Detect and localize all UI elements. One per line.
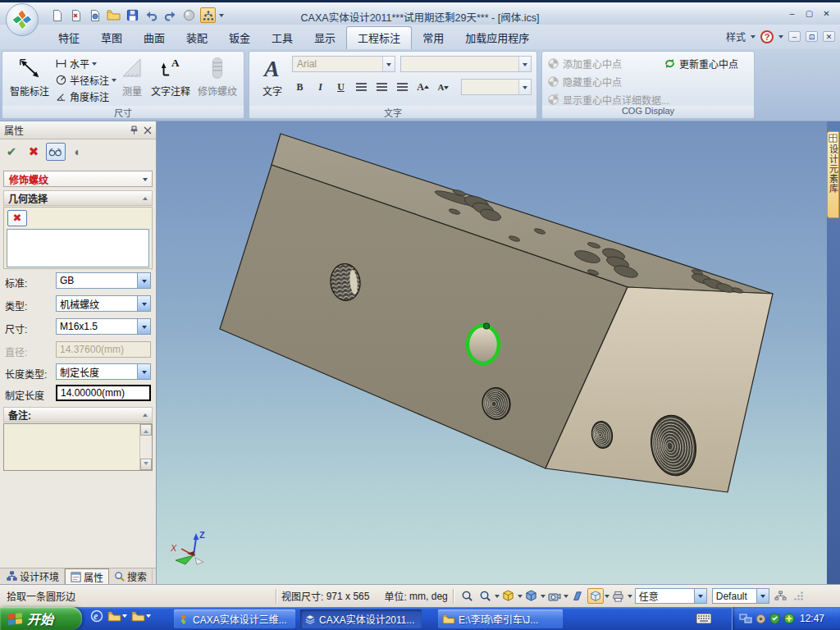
show-cog-detail-button[interactable]: 显示重心中点详细数据... bbox=[547, 91, 669, 107]
config-dropdown-icon[interactable] bbox=[756, 589, 769, 603]
folder-dropdown-icon[interactable] bbox=[122, 614, 127, 620]
command-dropdown-icon[interactable] bbox=[143, 178, 148, 184]
scroll-down-icon[interactable] bbox=[140, 459, 152, 470]
zoom-dropdown-icon[interactable] bbox=[495, 595, 500, 600]
font-name-dropdown-icon[interactable] bbox=[382, 57, 395, 71]
length-type-dropdown-icon[interactable] bbox=[137, 364, 150, 379]
align-right-button[interactable] bbox=[393, 78, 412, 96]
remark-section-header[interactable]: 备注: bbox=[3, 407, 153, 422]
zoom-extent-icon[interactable] bbox=[477, 588, 494, 604]
style-menu[interactable]: 样式 bbox=[726, 30, 746, 43]
maximize-button[interactable]: ▢ bbox=[802, 8, 816, 21]
tab-feature[interactable]: 特征 bbox=[48, 28, 90, 49]
network-icon[interactable] bbox=[739, 613, 752, 624]
display-mode-dropdown-icon[interactable] bbox=[605, 595, 609, 600]
length-input[interactable]: 14.00000(mm) bbox=[56, 385, 151, 401]
doc-minimize-button[interactable]: ‒ bbox=[788, 31, 801, 42]
view-cube-icon[interactable] bbox=[500, 588, 517, 604]
ribbon-minimize-icon[interactable] bbox=[778, 35, 783, 41]
horizontal-dropdown-icon[interactable] bbox=[92, 62, 97, 68]
length-type-combo[interactable]: 制定长度 bbox=[56, 363, 151, 380]
tab-tools[interactable]: 工具 bbox=[261, 28, 304, 49]
redo-icon[interactable] bbox=[162, 7, 178, 23]
italic-button[interactable]: I bbox=[311, 78, 330, 96]
render-dropdown-icon[interactable] bbox=[628, 595, 632, 600]
remark-collapse-icon[interactable] bbox=[143, 411, 148, 417]
view-cube-dropdown-icon[interactable] bbox=[518, 595, 523, 600]
save-icon[interactable] bbox=[125, 7, 140, 23]
command-combo[interactable]: 修饰螺纹 bbox=[3, 171, 153, 187]
update-cog-button[interactable]: 更新重心中点 bbox=[664, 55, 738, 71]
confirm-icon[interactable]: ✔ bbox=[2, 143, 21, 161]
tab-search[interactable]: 搜索 bbox=[109, 568, 153, 584]
font-size-dropdown-icon[interactable] bbox=[518, 57, 531, 71]
hide-cog-button[interactable]: 隐藏重心中点 bbox=[547, 73, 622, 89]
tab-properties[interactable]: 属性 bbox=[65, 568, 109, 584]
add-cog-button[interactable]: 添加重心中点 bbox=[547, 55, 622, 71]
preview-icon[interactable] bbox=[87, 7, 103, 23]
font-name-combo[interactable]: Arial bbox=[292, 56, 395, 72]
smart-dimension-button[interactable]: 智能标注 bbox=[6, 54, 53, 98]
scroll-up-icon[interactable] bbox=[140, 424, 152, 436]
render-quality-dropdown-icon[interactable] bbox=[694, 589, 706, 603]
update-tray-icon[interactable] bbox=[783, 613, 795, 624]
align-left-button[interactable] bbox=[352, 78, 371, 96]
geometry-section-header[interactable]: 几何选择 bbox=[3, 190, 153, 206]
viewport-3d[interactable]: Z X bbox=[157, 121, 827, 584]
text-big-button[interactable]: A 文字 bbox=[256, 54, 289, 98]
resize-grip[interactable] bbox=[791, 588, 807, 604]
tab-design-environment[interactable]: 设计环境 bbox=[2, 568, 65, 584]
bold-button[interactable]: B bbox=[290, 78, 309, 96]
structure-icon[interactable] bbox=[773, 588, 789, 604]
radius-dropdown-icon[interactable] bbox=[112, 79, 116, 84]
tab-sheetmetal[interactable]: 钣金 bbox=[218, 28, 261, 49]
undo-icon[interactable] bbox=[144, 7, 159, 23]
close-button[interactable]: ✕ bbox=[819, 8, 833, 21]
config-combo[interactable]: Default bbox=[712, 588, 769, 604]
render-sphere-icon[interactable] bbox=[181, 7, 197, 23]
tab-display[interactable]: 显示 bbox=[304, 28, 346, 49]
help-icon[interactable]: ? bbox=[760, 30, 774, 43]
align-center-button[interactable] bbox=[372, 78, 391, 96]
camera-view-icon[interactable] bbox=[546, 588, 563, 604]
cancel-icon[interactable]: ✖ bbox=[24, 143, 43, 161]
preview-glasses-icon[interactable] bbox=[46, 143, 66, 161]
radius-dimension-button[interactable]: 半径标注 bbox=[55, 72, 116, 88]
measure-button[interactable]: 测量 bbox=[117, 54, 147, 98]
folder-shortcut-icon[interactable] bbox=[107, 610, 127, 622]
shaded-face-icon[interactable] bbox=[569, 588, 586, 604]
doc-restore-button[interactable]: ⊡ bbox=[806, 31, 818, 42]
geometry-collapse-icon[interactable] bbox=[143, 194, 148, 200]
edge-vertex-marker[interactable] bbox=[484, 323, 490, 329]
ie-icon[interactable]: e bbox=[90, 609, 103, 623]
import-file-icon[interactable] bbox=[68, 7, 84, 23]
tab-assembly[interactable]: 装配 bbox=[176, 28, 218, 49]
text-color-dropdown-icon[interactable] bbox=[518, 80, 531, 94]
task-explorer[interactable]: E:\李琦\牵引车\J... bbox=[438, 609, 563, 628]
new-file-icon[interactable] bbox=[49, 7, 65, 23]
design-library-tab[interactable]: 设计元素库 bbox=[827, 131, 839, 218]
underline-button[interactable]: U bbox=[331, 78, 350, 96]
pattern-tool-icon[interactable] bbox=[200, 7, 216, 23]
shrink-font-button[interactable]: A bbox=[434, 78, 453, 96]
qat-overflow-icon[interactable] bbox=[219, 14, 224, 20]
folder-shortcut2-icon[interactable] bbox=[131, 610, 151, 622]
text-annotation-button[interactable]: A 文字注释 bbox=[148, 54, 193, 98]
tab-load-application[interactable]: 加载应用程序 bbox=[454, 28, 540, 49]
angle-dimension-button[interactable]: 角度标注 bbox=[55, 89, 109, 104]
type-dropdown-icon[interactable] bbox=[137, 296, 150, 311]
pin-icon[interactable] bbox=[130, 126, 139, 135]
size-combo[interactable]: M16x1.5 bbox=[56, 318, 151, 335]
app-logo-button[interactable] bbox=[6, 3, 39, 36]
cosmetic-thread-button[interactable]: 修饰螺纹 bbox=[194, 54, 240, 98]
tab-sketch[interactable]: 草图 bbox=[90, 28, 133, 49]
render-settings-icon[interactable] bbox=[610, 588, 627, 604]
standard-combo[interactable]: GB bbox=[56, 272, 151, 289]
selection-list[interactable] bbox=[7, 229, 149, 267]
doc-close-button[interactable]: ✕ bbox=[823, 31, 835, 42]
remark-textarea[interactable] bbox=[3, 423, 153, 471]
orient-dropdown-icon[interactable] bbox=[541, 595, 546, 600]
font-size-combo[interactable] bbox=[400, 56, 532, 72]
text-color-combo[interactable] bbox=[461, 79, 532, 95]
security-shield-icon[interactable] bbox=[769, 613, 780, 624]
